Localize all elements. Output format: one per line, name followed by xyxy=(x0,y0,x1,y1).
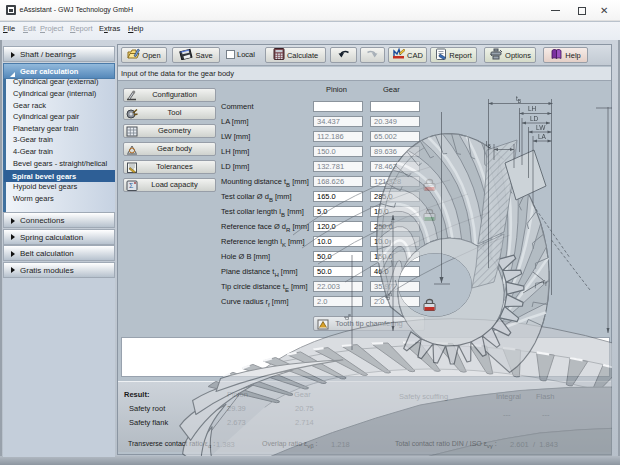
svg-text:Σ: Σ xyxy=(129,182,134,189)
